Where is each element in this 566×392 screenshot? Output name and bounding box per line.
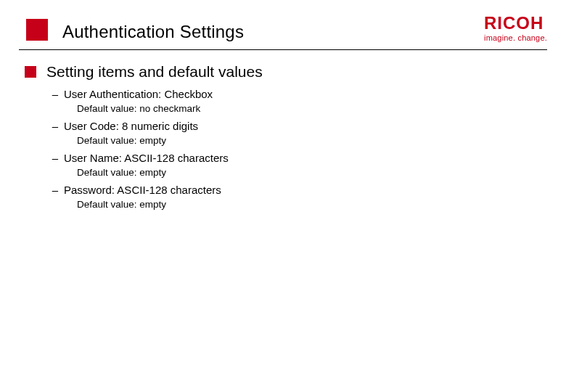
item-default: Default value: empty <box>51 164 547 178</box>
item-label: User Name: ASCII-128 characters <box>64 152 229 164</box>
item-label-row: – User Code: 8 numeric digits <box>51 120 547 132</box>
list-item: – User Name: ASCII-128 characters Defaul… <box>51 152 547 178</box>
dash-icon: – <box>51 184 60 196</box>
items-list: – User Authentication: Checkbox Default … <box>25 81 547 210</box>
dash-icon: – <box>51 152 60 164</box>
title-bullet-icon <box>26 19 48 41</box>
title-block: Authentication Settings <box>26 19 244 42</box>
item-default: Default value: no checkmark <box>51 100 547 114</box>
item-label: User Authentication: Checkbox <box>64 88 213 100</box>
section-title: Setting items and default values <box>46 63 263 81</box>
brand-name: RICOH <box>484 15 547 32</box>
section-heading-row: Setting items and default values <box>25 63 547 81</box>
list-item: – User Authentication: Checkbox Default … <box>51 88 547 114</box>
item-label-row: – User Authentication: Checkbox <box>51 88 547 100</box>
item-label: Password: ASCII-128 characters <box>64 184 221 196</box>
dash-icon: – <box>51 88 60 100</box>
list-item: – Password: ASCII-128 characters Default… <box>51 184 547 210</box>
item-default: Default value: empty <box>51 132 547 146</box>
brand-tagline: imagine. change. <box>484 33 547 42</box>
slide-header: Authentication Settings RICOH imagine. c… <box>0 0 566 42</box>
item-default: Default value: empty <box>51 196 547 210</box>
brand-logo: RICOH imagine. change. <box>484 15 547 42</box>
item-label: User Code: 8 numeric digits <box>64 120 198 132</box>
item-label-row: – Password: ASCII-128 characters <box>51 184 547 196</box>
dash-icon: – <box>51 120 60 132</box>
page-title: Authentication Settings <box>62 22 244 42</box>
list-item: – User Code: 8 numeric digits Default va… <box>51 120 547 146</box>
item-label-row: – User Name: ASCII-128 characters <box>51 152 547 164</box>
section-bullet-icon <box>25 66 36 78</box>
content-area: Setting items and default values – User … <box>0 50 566 210</box>
